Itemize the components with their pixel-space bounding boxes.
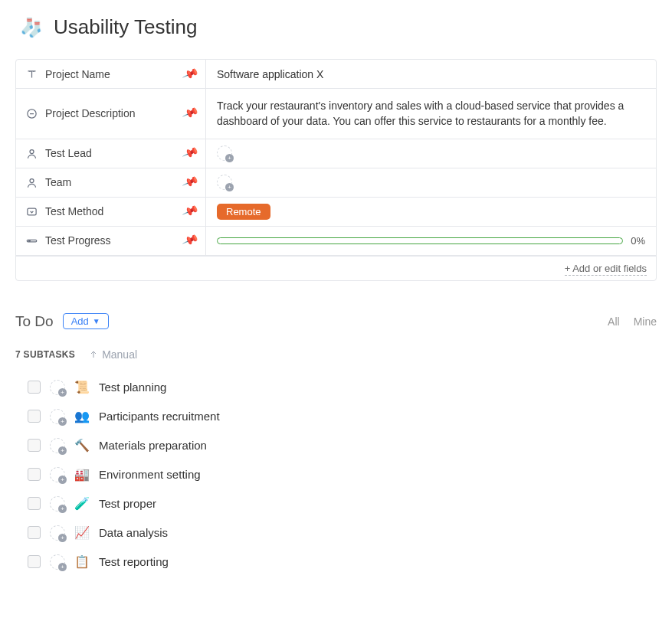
- field-label: Test Progress 📌: [16, 227, 206, 255]
- task-row[interactable]: 🔨 Materials preparation: [28, 431, 657, 460]
- dropdown-icon: [25, 205, 38, 217]
- description-icon: [25, 107, 38, 119]
- task-row[interactable]: 📈 Data analysis: [28, 518, 657, 547]
- task-title: Test reporting: [99, 555, 169, 568]
- task-row[interactable]: 🏭 Environment setting: [28, 460, 657, 489]
- subtasks-header: 7 SUBTASKS Manual: [15, 348, 657, 361]
- task-emoji: 🧪: [74, 496, 90, 511]
- task-list: 📜 Test planning 👥 Participants recruitme…: [15, 373, 657, 577]
- task-title: Participants recruitment: [99, 410, 220, 423]
- todo-header: To Do Add ▼ All Mine: [15, 313, 657, 330]
- assignee-empty-icon[interactable]: [50, 554, 65, 570]
- method-badge: Remote: [217, 204, 270, 220]
- field-value[interactable]: Track your restaurant's inventory and sa…: [206, 89, 656, 139]
- field-team: Team 📌: [16, 168, 656, 198]
- progress-bar[interactable]: [217, 237, 623, 244]
- field-value[interactable]: [206, 168, 656, 197]
- assignee-empty-icon[interactable]: [50, 409, 65, 424]
- label-text: Project Description: [45, 107, 136, 119]
- pin-icon[interactable]: 📌: [181, 144, 199, 162]
- todo-title: To Do: [15, 313, 54, 330]
- field-label: Project Name 📌: [16, 60, 206, 88]
- filter-all[interactable]: All: [608, 315, 620, 328]
- person-icon: [25, 147, 38, 159]
- field-value[interactable]: Remote: [206, 198, 656, 226]
- sort-order[interactable]: Manual: [89, 348, 137, 361]
- task-row[interactable]: 👥 Participants recruitment: [28, 402, 657, 431]
- subtasks-count: 7 SUBTASKS: [15, 349, 75, 360]
- todo-filters: All Mine: [608, 315, 657, 328]
- task-title: Test proper: [99, 497, 156, 510]
- label-text: Test Method: [45, 205, 103, 217]
- field-label: Test Lead 📌: [16, 139, 206, 168]
- progress-icon: [25, 234, 38, 247]
- svg-point-5: [28, 240, 30, 241]
- add-button[interactable]: Add ▼: [63, 313, 109, 329]
- task-row[interactable]: 📜 Test planning: [28, 373, 657, 402]
- add-button-label: Add: [71, 315, 89, 327]
- person-icon: [25, 176, 38, 188]
- task-checkbox[interactable]: [28, 381, 41, 394]
- task-title: Environment setting: [99, 468, 201, 481]
- task-title: Test planning: [99, 381, 166, 394]
- page-title: Usability Testing: [54, 15, 197, 39]
- field-label: Team 📌: [16, 168, 206, 197]
- task-emoji: 👥: [74, 409, 90, 423]
- assignee-empty-icon[interactable]: [217, 145, 232, 161]
- todo-section: To Do Add ▼ All Mine 7 SUBTASKS Manual 📜…: [15, 313, 657, 577]
- label-text: Test Progress: [45, 234, 111, 247]
- page-header: 🧦 Usability Testing: [15, 15, 657, 39]
- task-title: Data analysis: [99, 526, 168, 539]
- field-value[interactable]: Software application X: [206, 60, 656, 88]
- pin-icon[interactable]: 📌: [181, 231, 199, 249]
- assignee-empty-icon[interactable]: [50, 525, 65, 541]
- page-emoji: 🧦: [20, 17, 43, 38]
- progress-percent: 0%: [631, 235, 645, 247]
- filter-mine[interactable]: Mine: [634, 315, 657, 328]
- field-test-lead: Test Lead 📌: [16, 139, 656, 168]
- add-edit-fields-link[interactable]: + Add or edit fields: [565, 263, 647, 276]
- task-row[interactable]: 📋 Test reporting: [28, 547, 657, 577]
- task-title: Materials preparation: [99, 439, 207, 452]
- task-checkbox[interactable]: [28, 439, 41, 452]
- label-text: Project Name: [45, 68, 110, 80]
- arrow-up-icon: [89, 350, 98, 359]
- field-test-method: Test Method 📌 Remote: [16, 198, 656, 227]
- fields-table: Project Name 📌 Software application X Pr…: [15, 59, 657, 281]
- pin-icon[interactable]: 📌: [181, 105, 199, 123]
- field-test-progress: Test Progress 📌 0%: [16, 227, 656, 256]
- svg-point-1: [30, 149, 34, 153]
- assignee-empty-icon[interactable]: [217, 175, 232, 190]
- task-checkbox[interactable]: [28, 526, 41, 539]
- field-project-description: Project Description 📌 Track your restaur…: [16, 89, 656, 139]
- field-label: Project Description 📌: [16, 89, 206, 139]
- field-label: Test Method 📌: [16, 198, 206, 226]
- task-emoji: 📈: [74, 525, 90, 540]
- field-project-name: Project Name 📌 Software application X: [16, 60, 656, 89]
- progress-wrap: 0%: [217, 235, 645, 247]
- chevron-down-icon: ▼: [93, 317, 100, 325]
- assignee-empty-icon[interactable]: [50, 467, 65, 482]
- label-text: Team: [45, 176, 71, 188]
- pin-icon[interactable]: 📌: [181, 202, 199, 220]
- pin-icon[interactable]: 📌: [181, 173, 199, 191]
- task-row[interactable]: 🧪 Test proper: [28, 489, 657, 518]
- pin-icon[interactable]: 📌: [181, 65, 199, 83]
- label-text: Test Lead: [45, 147, 92, 159]
- add-fields-row: + Add or edit fields: [16, 256, 656, 280]
- assignee-empty-icon[interactable]: [50, 496, 65, 512]
- field-value[interactable]: 0%: [206, 227, 656, 255]
- text-type-icon: [25, 68, 38, 80]
- task-checkbox[interactable]: [28, 410, 41, 423]
- assignee-empty-icon[interactable]: [50, 438, 65, 453]
- field-value[interactable]: [206, 139, 656, 168]
- task-checkbox[interactable]: [28, 497, 41, 510]
- task-emoji: 🔨: [74, 438, 90, 453]
- svg-point-2: [30, 178, 34, 182]
- task-checkbox[interactable]: [28, 555, 41, 568]
- task-checkbox[interactable]: [28, 468, 41, 481]
- sort-label: Manual: [102, 348, 137, 361]
- task-emoji: 🏭: [74, 467, 90, 482]
- assignee-empty-icon[interactable]: [50, 380, 65, 395]
- svg-rect-3: [27, 208, 35, 215]
